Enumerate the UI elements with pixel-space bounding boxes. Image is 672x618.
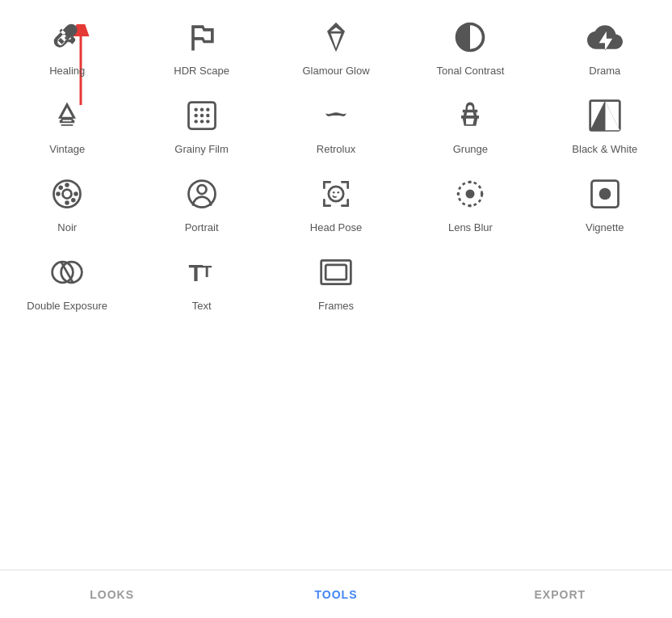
svg-point-24 <box>59 185 64 190</box>
svg-point-32 <box>466 189 475 198</box>
filter-item-noir[interactable]: Noir <box>0 165 134 243</box>
svg-point-23 <box>74 191 78 196</box>
svg-point-25 <box>71 198 76 203</box>
svg-point-20 <box>65 183 69 187</box>
filter-item-black-white[interactable]: Black & White <box>538 86 672 165</box>
glamour-glow-label: Glamour Glow <box>302 65 369 78</box>
filter-item-drama[interactable]: Drama <box>538 8 672 86</box>
svg-point-13 <box>194 120 197 123</box>
tonal-contrast-label: Tonal Contrast <box>436 65 504 78</box>
black-white-icon <box>587 95 623 137</box>
filter-item-frames[interactable]: Frames <box>269 243 403 322</box>
healing-label: Healing <box>49 65 85 78</box>
filter-item-glamour-glow[interactable]: Glamour Glow <box>269 8 403 86</box>
svg-point-27 <box>197 185 206 194</box>
healing-icon <box>49 16 85 58</box>
retrolux-label: Retrolux <box>317 143 355 157</box>
frames-icon <box>318 251 354 293</box>
bottom-nav: LOOKS TOOLS EXPORT <box>0 570 672 618</box>
filter-item-head-pose[interactable]: Head Pose <box>269 165 403 243</box>
svg-point-15 <box>206 120 209 123</box>
filter-grid: Healing HDR Scape Glamour Glow <box>0 0 672 330</box>
filter-item-double-exposure[interactable]: Double Exposure <box>0 243 134 322</box>
hdr-scape-icon <box>184 16 220 58</box>
grunge-icon <box>452 95 488 137</box>
svg-point-4 <box>65 36 68 40</box>
svg-point-34 <box>469 204 472 208</box>
black-white-label: Black & White <box>572 143 637 157</box>
svg-point-19 <box>63 189 72 198</box>
svg-point-28 <box>329 187 343 201</box>
svg-point-22 <box>56 191 61 196</box>
tonal-contrast-icon <box>452 16 488 58</box>
filter-item-retrolux[interactable]: Retrolux <box>269 86 403 165</box>
lens-blur-icon <box>452 173 488 215</box>
filter-item-vintage[interactable]: Vintage <box>0 86 134 165</box>
filter-grid-wrapper: Healing HDR Scape Glamour Glow <box>0 0 672 570</box>
filter-item-vignette[interactable]: Vignette <box>538 165 672 243</box>
filter-item-lens-blur[interactable]: Lens Blur <box>403 165 537 243</box>
head-pose-icon <box>318 173 354 215</box>
grainy-film-icon <box>184 95 220 137</box>
filter-item-portrait[interactable]: Portrait <box>134 165 268 243</box>
svg-point-35 <box>457 192 460 195</box>
svg-point-21 <box>65 200 69 205</box>
nav-export[interactable]: EXPORT <box>448 570 672 618</box>
empty-cell-2 <box>538 243 672 322</box>
svg-point-12 <box>206 114 209 117</box>
svg-point-8 <box>200 107 203 111</box>
portrait-icon <box>184 173 220 215</box>
svg-point-2 <box>68 33 71 36</box>
svg-text:T: T <box>188 259 203 286</box>
noir-icon <box>49 173 85 215</box>
filter-item-text[interactable]: T T Text <box>134 243 268 322</box>
svg-rect-45 <box>326 265 346 280</box>
drama-icon <box>587 16 623 58</box>
double-exposure-label: Double Exposure <box>27 300 107 313</box>
svg-point-14 <box>200 120 203 123</box>
vintage-label: Vintage <box>49 143 85 157</box>
text-label: Text <box>192 300 212 313</box>
vignette-label: Vignette <box>586 221 624 235</box>
svg-point-9 <box>206 107 209 111</box>
svg-point-10 <box>194 114 197 117</box>
frames-label: Frames <box>318 300 354 313</box>
svg-point-29 <box>333 191 335 194</box>
nav-looks[interactable]: LOOKS <box>0 570 224 618</box>
head-pose-label: Head Pose <box>310 221 362 235</box>
svg-point-5 <box>68 40 71 43</box>
grunge-label: Grunge <box>453 143 488 157</box>
svg-point-38 <box>598 187 611 200</box>
svg-point-36 <box>481 192 484 195</box>
svg-point-33 <box>469 180 472 183</box>
drama-label: Drama <box>589 65 620 78</box>
vignette-icon <box>587 173 623 215</box>
svg-point-3 <box>71 36 74 40</box>
hdr-scape-label: HDR Scape <box>174 65 229 78</box>
filter-item-hdr-scape[interactable]: HDR Scape <box>134 8 268 86</box>
noir-label: Noir <box>57 221 77 235</box>
svg-text:T: T <box>202 262 212 280</box>
svg-point-11 <box>200 114 203 117</box>
double-exposure-icon <box>49 251 85 293</box>
text-icon: T T <box>184 251 220 293</box>
filter-item-tonal-contrast[interactable]: Tonal Contrast <box>403 8 537 86</box>
filter-item-grunge[interactable]: Grunge <box>403 86 537 165</box>
nav-tools[interactable]: TOOLS <box>224 570 447 618</box>
empty-cell-1 <box>403 243 537 322</box>
portrait-label: Portrait <box>185 221 219 235</box>
retrolux-icon <box>318 95 354 137</box>
filter-item-grainy-film[interactable]: Grainy Film <box>134 86 268 165</box>
vintage-icon <box>49 95 85 137</box>
lens-blur-label: Lens Blur <box>448 221 493 235</box>
glamour-glow-icon <box>318 16 354 58</box>
grainy-film-label: Grainy Film <box>174 143 228 157</box>
svg-point-7 <box>194 107 197 111</box>
filter-item-healing[interactable]: Healing <box>0 8 134 86</box>
svg-point-30 <box>337 191 339 194</box>
